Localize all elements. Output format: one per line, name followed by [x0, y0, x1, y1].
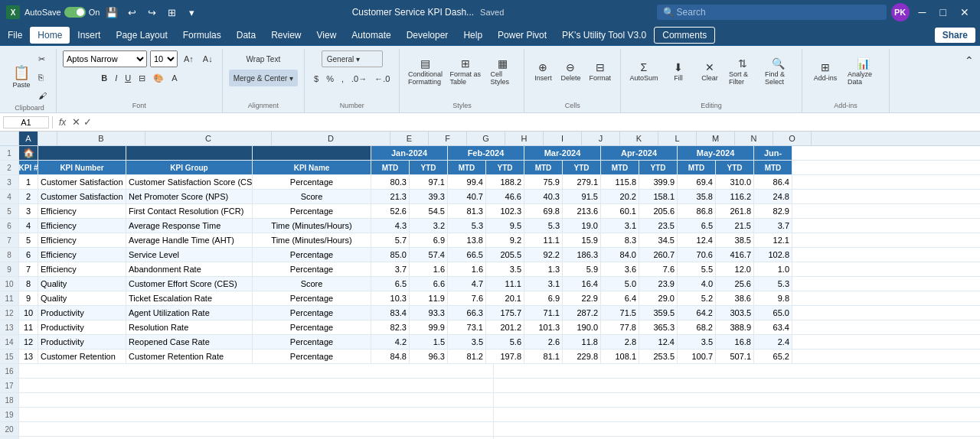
comma-button[interactable]: ,: [338, 70, 347, 87]
cell-group-12[interactable]: Productivity: [38, 306, 126, 320]
cell-reference-input[interactable]: [3, 116, 49, 128]
menu-view[interactable]: View: [309, 27, 345, 44]
cell-feb-ytd-5[interactable]: 102.3: [486, 204, 524, 218]
cell-feb-ytd-6[interactable]: 9.5: [486, 219, 524, 233]
cell-apr-mtd-3[interactable]: 115.8: [601, 175, 639, 189]
cell-may-mtd-7[interactable]: 12.4: [678, 233, 716, 247]
cell-name-4[interactable]: Net Promoter Score (NPS): [126, 190, 253, 203]
cell-feb-mtd-7[interactable]: 13.8: [448, 233, 486, 247]
cell-apr-ytd-4[interactable]: 158.1: [639, 190, 678, 203]
format-painter-button[interactable]: 🖌: [35, 87, 50, 104]
cell-mar-ytd-12[interactable]: 287.2: [563, 306, 601, 320]
empty-cell-19[interactable]: [19, 408, 494, 421]
clear-button[interactable]: ✕ Clear: [696, 50, 724, 93]
cell-may-ytd-8[interactable]: 416.7: [716, 248, 754, 262]
cell-may-mtd-9[interactable]: 5.5: [678, 262, 716, 276]
cell-a2[interactable]: KPI #: [19, 161, 38, 174]
cell-a1[interactable]: 🏠: [19, 146, 38, 160]
cell-feb-ytd-14[interactable]: 5.6: [486, 335, 524, 349]
empty-cell-16[interactable]: [19, 364, 494, 378]
cell-name-7[interactable]: Average Handle Time (AHT): [126, 233, 253, 247]
cell-feb-mtd-14[interactable]: 3.5: [448, 335, 486, 349]
autosum-button[interactable]: Σ AutoSum: [627, 50, 661, 93]
cell-jan-ytd-15[interactable]: 96.3: [410, 350, 448, 363]
cell-mar-mtd-11[interactable]: 6.9: [524, 291, 563, 305]
paste-button[interactable]: 📋 Paste: [9, 56, 34, 99]
cell-jan-mtd-5[interactable]: 52.6: [371, 204, 410, 218]
fill-button[interactable]: ⬇ Fill: [663, 50, 694, 93]
cell-feb-mtd-6[interactable]: 5.3: [448, 219, 486, 233]
cell-jan-ytd-9[interactable]: 1.6: [410, 262, 448, 276]
cell-feb-mtd-10[interactable]: 4.7: [448, 277, 486, 291]
cell-unit-11[interactable]: Percentage: [253, 291, 371, 305]
empty-cell-20[interactable]: [19, 422, 494, 436]
format-as-table-button[interactable]: ⊞ Format as Table: [446, 50, 485, 93]
col-header-l[interactable]: L: [658, 132, 697, 145]
cell-feb-ytd-8[interactable]: 205.5: [486, 248, 524, 262]
cell-mar-mtd-5[interactable]: 69.8: [524, 204, 563, 218]
cell-num-14[interactable]: 12: [19, 335, 38, 349]
format-button[interactable]: ⊟ Format: [586, 50, 614, 93]
conditional-formatting-button[interactable]: ▤ Conditional Formatting: [406, 50, 444, 93]
cell-feb-mtd-4[interactable]: 40.7: [448, 190, 486, 203]
cell-unit-13[interactable]: Percentage: [253, 320, 371, 334]
cell-group-15[interactable]: Customer Retention: [38, 350, 126, 363]
cell-num-12[interactable]: 10: [19, 306, 38, 320]
percent-button[interactable]: %: [323, 70, 337, 87]
menu-home[interactable]: Home: [30, 27, 70, 44]
menu-pk-utility[interactable]: PK's Utility Tool V3.0: [554, 27, 654, 44]
cell-n2-ytd[interactable]: YTD: [716, 161, 754, 174]
menu-developer[interactable]: Developer: [399, 27, 456, 44]
cell-apr-mtd-8[interactable]: 84.0: [601, 248, 639, 262]
cell-e1-jan[interactable]: Jan-2024: [371, 146, 448, 160]
cell-group-6[interactable]: Efficiency: [38, 219, 126, 233]
cell-unit-15[interactable]: Percentage: [253, 350, 371, 363]
currency-button[interactable]: $: [311, 70, 322, 87]
cell-l2-ytd[interactable]: YTD: [639, 161, 678, 174]
cell-m2-mtd[interactable]: MTD: [678, 161, 716, 174]
border-button[interactable]: ⊟: [136, 70, 149, 86]
cell-jun-mtd-9[interactable]: 1.0: [754, 262, 792, 276]
cell-mar-ytd-3[interactable]: 279.1: [563, 175, 601, 189]
cell-apr-mtd-4[interactable]: 20.2: [601, 190, 639, 203]
cell-apr-ytd-15[interactable]: 253.5: [639, 350, 678, 363]
copy-button[interactable]: ⎘: [35, 69, 50, 86]
cell-feb-ytd-11[interactable]: 20.1: [486, 291, 524, 305]
cell-apr-ytd-13[interactable]: 365.3: [639, 320, 678, 334]
addins-button[interactable]: ⊞ Add-ins: [808, 50, 842, 93]
cell-jan-mtd-10[interactable]: 6.5: [371, 277, 410, 291]
more-icon[interactable]: ▾: [184, 5, 199, 20]
increase-font-button[interactable]: A↑: [181, 50, 197, 67]
cell-may-ytd-7[interactable]: 38.5: [716, 233, 754, 247]
decimal-increase-button[interactable]: .0→: [348, 70, 370, 87]
col-header-row-num[interactable]: [38, 132, 57, 145]
cell-may-ytd-11[interactable]: 38.6: [716, 291, 754, 305]
share-button[interactable]: Share: [935, 28, 975, 43]
cell-num-6[interactable]: 4: [19, 219, 38, 233]
cell-feb-ytd-7[interactable]: 9.2: [486, 233, 524, 247]
cell-unit-10[interactable]: Score: [253, 277, 371, 291]
cell-apr-mtd-11[interactable]: 6.4: [601, 291, 639, 305]
cell-styles-button[interactable]: ▦ Cell Styles: [487, 50, 518, 93]
cell-group-8[interactable]: Efficiency: [38, 248, 126, 262]
cell-mar-ytd-5[interactable]: 213.6: [563, 204, 601, 218]
cell-apr-mtd-6[interactable]: 3.1: [601, 219, 639, 233]
cut-button[interactable]: ✂: [35, 50, 50, 67]
cell-jan-ytd-4[interactable]: 39.3: [410, 190, 448, 203]
cell-may-mtd-13[interactable]: 68.2: [678, 320, 716, 334]
cell-mar-mtd-7[interactable]: 11.1: [524, 233, 563, 247]
cell-jan-ytd-10[interactable]: 6.6: [410, 277, 448, 291]
cell-mar-mtd-6[interactable]: 5.3: [524, 219, 563, 233]
merge-center-button[interactable]: Merge & Center ▾: [229, 70, 298, 86]
menu-insert[interactable]: Insert: [70, 27, 108, 44]
cell-feb-ytd-12[interactable]: 175.7: [486, 306, 524, 320]
cell-unit-5[interactable]: Percentage: [253, 204, 371, 218]
cell-jun-mtd-3[interactable]: 86.4: [754, 175, 792, 189]
cell-apr-mtd-9[interactable]: 3.6: [601, 262, 639, 276]
cell-jun-mtd-13[interactable]: 63.4: [754, 320, 792, 334]
col-header-i[interactable]: I: [544, 132, 582, 145]
cell-name-10[interactable]: Customer Effort Score (CES): [126, 277, 253, 291]
cell-jan-mtd-14[interactable]: 4.2: [371, 335, 410, 349]
cell-mar-mtd-10[interactable]: 3.1: [524, 277, 563, 291]
cell-feb-mtd-5[interactable]: 81.3: [448, 204, 486, 218]
